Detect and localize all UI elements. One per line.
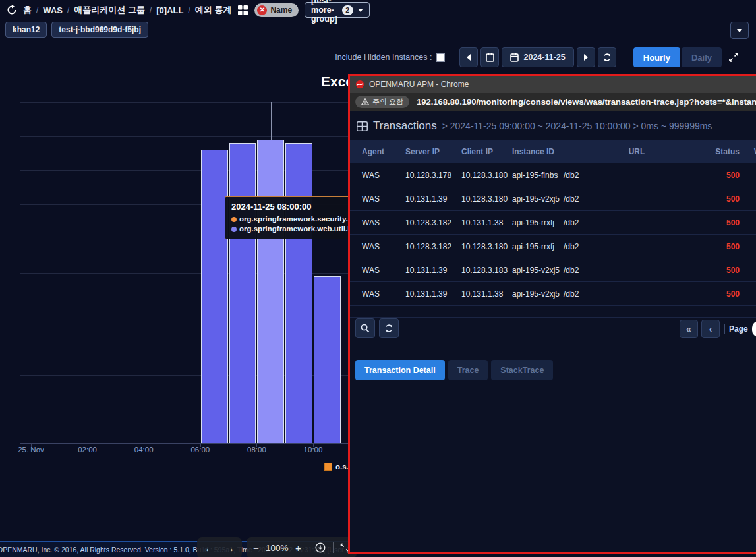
table-row[interactable]: WAS10.128.3.18210.128.3.180api-195-rrxfj…: [350, 235, 756, 258]
url-text[interactable]: 192.168.80.190/monitoring/console/views/…: [417, 97, 756, 107]
today-button[interactable]: [480, 47, 499, 67]
grid-icon[interactable]: [237, 5, 248, 16]
breadcrumb-item[interactable]: 홈: [23, 4, 32, 16]
panel-collapse-button[interactable]: [730, 22, 749, 39]
cell-server-ip: 10.131.1.39: [405, 194, 461, 204]
chart-bar[interactable]: [201, 150, 228, 443]
window-urlbar: 주의 요함 192.168.80.190/monitoring/console/…: [350, 93, 756, 111]
include-hidden-checkbox[interactable]: [436, 53, 445, 62]
cell-status: 500: [710, 242, 749, 251]
security-warning-badge[interactable]: 주의 요함: [355, 96, 409, 108]
table-row[interactable]: WAS10.131.1.3910.131.1.38api-195-v2xj5/d…: [350, 282, 756, 306]
axis-tick-label: 06:00: [190, 446, 210, 454]
axis-tick-label: 25. Nov: [18, 446, 44, 454]
arrow-right-icon[interactable]: →: [225, 543, 235, 553]
chevron-right-icon: [584, 54, 588, 61]
table-row[interactable]: WAS10.128.3.17810.128.3.180api-195-flnbs…: [350, 163, 756, 187]
chart-bar[interactable]: [314, 276, 341, 443]
breadcrumb-item[interactable]: 애플리케이션 그룹: [74, 4, 145, 16]
column-header[interactable]: Instance ID: [512, 147, 564, 156]
cell-url: /db2: [564, 266, 710, 275]
first-page-button[interactable]: «: [680, 320, 698, 338]
search-button[interactable]: [355, 318, 375, 338]
cell-server-ip: 10.128.3.182: [405, 218, 461, 227]
breadcrumb-item[interactable]: [0]ALL: [156, 5, 183, 15]
column-header[interactable]: Server IP: [405, 147, 461, 156]
cell-status: 500: [710, 289, 749, 299]
name-filter-pill[interactable]: ✕ Name: [254, 3, 299, 17]
breadcrumb-separator: /: [188, 5, 190, 15]
warning-badge-label: 주의 요함: [372, 97, 403, 107]
section-header: Transactions > 2024-11-25 09:00:00 ~ 202…: [357, 119, 712, 132]
cell-instance-id: api-195-v2xj5: [512, 266, 564, 275]
tab-transaction-detail[interactable]: Transaction Detail: [355, 360, 445, 380]
x-circle-icon[interactable]: ✕: [257, 5, 267, 15]
cell-url: /db2: [564, 171, 710, 180]
instance-tag[interactable]: test-j-bbd969d9d-f5jbj: [51, 22, 148, 38]
legend-label: o.s.: [335, 463, 349, 471]
column-header-partial[interactable]: W: [749, 147, 756, 156]
date-picker-button[interactable]: 2024-11-25: [502, 47, 573, 67]
download-button[interactable]: [315, 542, 326, 553]
cell-agent: WAS: [362, 171, 405, 180]
table-row[interactable]: WAS10.131.1.3910.128.3.180api-195-v2xj5/…: [350, 187, 756, 211]
viewer-nav-toolbar: ← →: [197, 537, 242, 557]
zoom-level-label: 100%: [266, 543, 289, 553]
chart-bar[interactable]: [229, 143, 256, 443]
cell-server-ip: 10.128.3.178: [405, 171, 461, 180]
window-title: OPENMARU APM - Chrome: [369, 80, 469, 89]
cell-status: 500: [710, 266, 749, 275]
cell-agent: WAS: [362, 289, 405, 299]
pagination-divider: [724, 324, 725, 334]
daily-button[interactable]: Daily: [682, 47, 722, 67]
chart-bar[interactable]: [257, 140, 284, 443]
arrow-left-icon[interactable]: ←: [204, 543, 214, 553]
prev-page-button[interactable]: ‹: [701, 320, 720, 338]
tooltip-title: 2024-11-25 08:00:00: [231, 202, 350, 212]
cell-url: /db2: [564, 218, 710, 227]
refresh-chart-button[interactable]: [598, 47, 616, 67]
hourly-button[interactable]: Hourly: [633, 47, 680, 67]
chart-bar[interactable]: [285, 143, 312, 443]
group-dropdown[interactable]: [test-more-group] 2: [305, 2, 370, 18]
series-dot-icon: [231, 217, 237, 222]
table-row[interactable]: WAS10.131.1.3910.128.3.183api-195-v2xj5/…: [350, 258, 756, 282]
next-date-button[interactable]: [577, 47, 595, 67]
column-header[interactable]: Status: [710, 147, 749, 156]
prev-date-button[interactable]: [459, 47, 478, 67]
pagination: « ‹ Page: [680, 319, 756, 339]
viewer-zoom-toolbar: − 100% +: [247, 537, 357, 557]
page-number-input[interactable]: [752, 321, 756, 337]
refresh-table-button[interactable]: [379, 318, 399, 338]
cell-instance-id: api-195-v2xj5: [512, 289, 564, 299]
zoom-out-button[interactable]: −: [253, 543, 259, 553]
breadcrumb-item[interactable]: 예외 통계: [195, 4, 232, 16]
expand-chart-button[interactable]: [728, 52, 739, 63]
table-row[interactable]: WAS10.128.3.18210.131.1.38api-195-rrxfj/…: [350, 211, 756, 235]
tab-trace[interactable]: Trace: [448, 360, 488, 380]
tag-row: khan12test-j-bbd969d9d-f5jbj: [5, 22, 148, 38]
gridline: [20, 136, 360, 137]
window-titlebar[interactable]: OPENMARU APM - Chrome: [350, 76, 756, 93]
zoom-in-button[interactable]: +: [295, 543, 301, 553]
column-header[interactable]: URL: [564, 147, 710, 156]
cell-instance-id: api-195-flnbs: [512, 171, 564, 180]
section-title: Transactions: [373, 119, 437, 132]
refresh-icon[interactable]: [7, 5, 17, 15]
tooltip-series-list: org.springframework.security.autorg.spri…: [231, 214, 350, 234]
cell-agent: WAS: [362, 218, 405, 227]
app-root: 홈/WAS/애플리케이션 그룹/[0]ALL/예외 통계 ✕ Name [tes…: [0, 0, 756, 557]
instance-tag[interactable]: khan12: [5, 22, 47, 38]
breadcrumb-separator: /: [36, 5, 38, 15]
column-header[interactable]: Client IP: [461, 147, 512, 156]
legend-swatch: [324, 463, 332, 471]
caret-down-icon: [358, 9, 363, 12]
date-value: 2024-11-25: [523, 53, 565, 62]
tab-stacktrace[interactable]: StackTrace: [491, 360, 553, 380]
breadcrumb-separator: /: [67, 5, 69, 15]
breadcrumb-item[interactable]: WAS: [43, 5, 63, 15]
column-header[interactable]: Agent: [362, 147, 405, 156]
series-label: org.springframework.web.util.Ne: [239, 224, 357, 234]
cell-agent: WAS: [362, 194, 405, 204]
chart-legend[interactable]: o.s.: [324, 463, 349, 471]
